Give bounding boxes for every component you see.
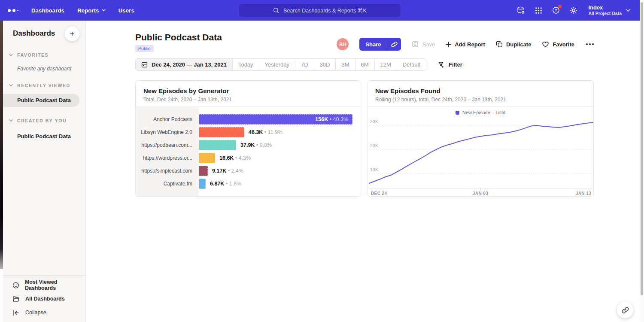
x-axis-tick bbox=[480, 188, 481, 190]
bar-row-https-wordpress-or: https://wordpress.or...16.6K • 4.3% bbox=[136, 152, 361, 164]
range-preset-default[interactable]: Default bbox=[397, 59, 426, 70]
project-switcher[interactable]: Index All Project Data bbox=[588, 4, 630, 16]
bar-segment[interactable] bbox=[199, 166, 208, 176]
search-placeholder: Search Dashboards & Reports ⌘K bbox=[283, 7, 367, 14]
bar-row-https-simplecast-com: https://simplecast.com9.17K • 2.4% bbox=[136, 164, 361, 177]
line-plot: 30K20K10K bbox=[369, 116, 593, 188]
more-menu-button[interactable] bbox=[585, 42, 595, 47]
range-preset-3m[interactable]: 3M bbox=[335, 59, 355, 70]
settings-gear-icon[interactable] bbox=[569, 6, 578, 15]
bar-value-label: 37.9K • 9.8% bbox=[240, 142, 272, 148]
page-scrollbar[interactable] bbox=[640, 0, 644, 322]
nav-item-reports[interactable]: Reports bbox=[77, 7, 106, 14]
bar-chart: Anchor Podcasts156K • 40.3%Libsyn WebEng… bbox=[136, 107, 361, 196]
range-preset-yesterday[interactable]: Yesterday bbox=[259, 59, 295, 70]
page-title: Public Podcast Data bbox=[135, 32, 222, 43]
search-input[interactable]: Search Dashboards & Reports ⌘K bbox=[239, 4, 401, 17]
bar-value-label: 16.6K • 4.3% bbox=[219, 155, 251, 161]
bar-segment[interactable] bbox=[199, 140, 236, 150]
filter-button[interactable]: Filter bbox=[438, 61, 462, 68]
brand-logo[interactable] bbox=[8, 9, 18, 12]
x-tick-label: JAN 03 bbox=[473, 191, 488, 196]
chevron-down-icon bbox=[9, 119, 13, 122]
x-tick-label: DEC 24 bbox=[371, 191, 387, 196]
duplicate-icon bbox=[496, 41, 503, 48]
collapse-icon bbox=[12, 309, 20, 316]
search-icon bbox=[273, 7, 279, 14]
svg-text:10K: 10K bbox=[370, 167, 378, 172]
card-new-episodes-found: New Episodes Found Rolling (12 hours), t… bbox=[367, 80, 594, 197]
smiley-icon bbox=[12, 282, 19, 289]
save-button[interactable]: Save bbox=[412, 41, 435, 48]
sidebar-item-public-podcast-data-created[interactable]: Public Podcast Data bbox=[3, 133, 85, 140]
bar-segment[interactable] bbox=[199, 179, 206, 189]
section-favorites[interactable]: FAVORITES bbox=[9, 52, 85, 58]
range-preset-30d[interactable]: 30D bbox=[314, 59, 336, 70]
date-presets: TodayYesterday7D30D3M6M12MDefault bbox=[232, 59, 426, 70]
project-scope: All Project Data bbox=[588, 11, 622, 16]
heart-icon bbox=[542, 41, 549, 48]
bar-value-label: 6.87K • 1.8% bbox=[210, 181, 241, 187]
card-title: New Episodes Found bbox=[375, 87, 586, 94]
apps-grid-icon[interactable] bbox=[534, 6, 543, 15]
line-series[interactable] bbox=[369, 122, 593, 183]
range-preset-12m[interactable]: 12M bbox=[374, 59, 397, 70]
x-tick-label: JAN 13 bbox=[576, 191, 591, 196]
add-dashboard-button[interactable]: + bbox=[65, 27, 79, 41]
bar-segment[interactable]: 156K • 40.3% bbox=[199, 114, 352, 125]
top-navbar: DashboardsReportsUsers Search Dashboards… bbox=[0, 0, 640, 21]
bar-segment[interactable] bbox=[199, 153, 215, 163]
date-bar: Dec 24, 2020 — Jan 13, 2021 TodayYesterd… bbox=[135, 58, 462, 71]
section-recently-viewed[interactable]: RECENTLY VIEWED bbox=[9, 83, 85, 88]
line-chart: New Episode – Total 30K20K10K DEC 24 JAN… bbox=[368, 107, 593, 196]
add-report-button[interactable]: Add Report bbox=[446, 41, 485, 48]
favorite-button[interactable]: Favorite bbox=[542, 41, 574, 48]
sidebar-item-public-podcast-data[interactable]: Public Podcast Data bbox=[3, 94, 79, 107]
chevron-down-icon bbox=[626, 9, 630, 12]
all-dashboards-button[interactable]: All Dashboards bbox=[3, 292, 85, 306]
share-link-icon[interactable] bbox=[387, 38, 401, 51]
bar-row-captivate-fm: Captivate.fm6.87K • 1.8% bbox=[136, 177, 361, 190]
bar-row-libsyn-webengine-2-0: Libsyn WebEngine 2.046.3K • 11.9% bbox=[136, 126, 361, 139]
chevron-down-icon bbox=[9, 54, 13, 56]
folder-icon bbox=[12, 295, 20, 303]
data-source-icon[interactable] bbox=[516, 6, 526, 15]
copy-link-fab[interactable] bbox=[617, 302, 633, 318]
bar-category-label: https://simplecast.com bbox=[136, 168, 199, 174]
duplicate-button[interactable]: Duplicate bbox=[496, 41, 532, 48]
help-icon[interactable]: ? bbox=[551, 6, 561, 15]
bar-value-label: 9.17K • 2.4% bbox=[212, 168, 243, 174]
primary-nav: DashboardsReportsUsers bbox=[31, 7, 134, 14]
date-range-button[interactable]: Dec 24, 2020 — Jan 13, 2021 bbox=[136, 59, 232, 70]
card-subtitle: Rolling (12 hours), total, Dec 24th, 202… bbox=[375, 97, 586, 103]
range-preset-7d[interactable]: 7D bbox=[295, 59, 314, 70]
nav-item-dashboards[interactable]: Dashboards bbox=[31, 7, 64, 14]
public-badge: Public bbox=[135, 45, 154, 52]
avatar[interactable]: RH bbox=[337, 38, 349, 50]
svg-text:30K: 30K bbox=[370, 119, 378, 124]
bar-row-anchor-podcasts: Anchor Podcasts156K • 40.3% bbox=[136, 113, 361, 126]
bar-segment[interactable] bbox=[199, 127, 244, 137]
calendar-icon bbox=[141, 61, 148, 68]
bar-value-label: 46.3K • 11.9% bbox=[249, 129, 283, 135]
svg-text:?: ? bbox=[555, 8, 557, 12]
collapse-sidebar-button[interactable]: Collapse bbox=[3, 306, 85, 319]
main-content: Public Podcast Data Public RH Share Save… bbox=[86, 21, 640, 322]
bar-category-label: https://wordpress.or... bbox=[136, 155, 199, 161]
card-new-episodes-by-generator: New Episodes by Generator Total, Dec 24t… bbox=[135, 80, 361, 197]
link-icon bbox=[622, 307, 629, 314]
chevron-down-icon bbox=[9, 84, 13, 87]
navbar-right: ? Index All Project Data bbox=[516, 4, 640, 16]
nav-item-users[interactable]: Users bbox=[118, 7, 134, 14]
section-created-by-you[interactable]: CREATED BY YOU bbox=[9, 118, 85, 123]
background-window-sliver bbox=[0, 21, 3, 269]
share-button[interactable]: Share bbox=[359, 38, 401, 51]
range-preset-6m[interactable]: 6M bbox=[355, 59, 374, 70]
most-viewed-dashboards-button[interactable]: Most Viewed Dashboards bbox=[3, 278, 85, 292]
bar-category-label: Libsyn WebEngine 2.0 bbox=[136, 129, 199, 135]
range-preset-today[interactable]: Today bbox=[232, 59, 259, 70]
bar-category-label: Captivate.fm bbox=[136, 181, 199, 187]
scrollbar-thumb[interactable] bbox=[641, 2, 643, 295]
bar-row-https-podbean-com: https://podbean.com...37.9K • 9.8% bbox=[136, 139, 361, 152]
app-root: DashboardsReportsUsers Search Dashboards… bbox=[0, 0, 644, 322]
